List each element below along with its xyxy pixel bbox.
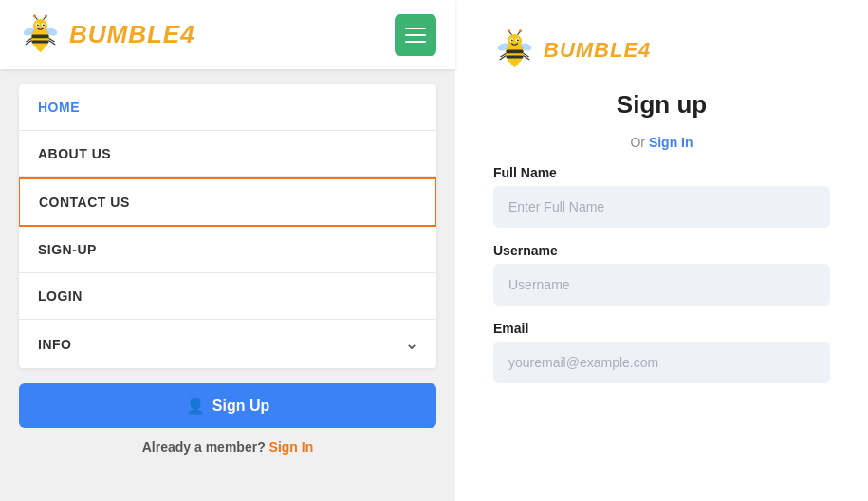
already-member-text: Already a member? Sign In — [142, 439, 314, 455]
fullname-input[interactable] — [493, 186, 830, 228]
sign-in-link[interactable]: Sign In — [269, 439, 314, 455]
right-panel: Bumble4 Sign up Or Sign In Full Name Use… — [455, 0, 868, 501]
svg-rect-21 — [507, 56, 524, 59]
already-member-label: Already a member? — [142, 439, 266, 455]
svg-point-11 — [45, 14, 47, 17]
bee-logo-icon — [19, 13, 62, 56]
email-group: Email — [493, 321, 830, 383]
signup-button[interactable]: 👤 Sign Up — [19, 383, 436, 428]
svg-rect-1 — [32, 35, 49, 39]
svg-marker-33 — [510, 64, 519, 68]
nav-label-about: ABOUT US — [38, 146, 111, 161]
svg-point-6 — [37, 24, 39, 26]
fullname-group: Full Name — [493, 165, 830, 228]
nav-label-contact: CONTACT US — [39, 195, 130, 210]
right-logo-text: Bumble4 — [544, 38, 651, 63]
signin-subtitle: Or Sign In — [493, 135, 830, 150]
svg-point-25 — [511, 39, 513, 41]
user-icon: 👤 — [186, 397, 205, 415]
nav-label-home: HOME — [38, 100, 80, 115]
signup-button-label: Sign Up — [212, 398, 269, 415]
nav-item-info[interactable]: INFO ⌄ — [19, 320, 436, 368]
logo-text: Bumble4 — [69, 20, 195, 49]
left-panel: Bumble4 HOME ABOUT US CONTACT US SIGN-UP… — [0, 0, 455, 501]
svg-rect-20 — [507, 50, 524, 54]
right-bee-logo-icon — [493, 28, 536, 71]
hamburger-line-3 — [405, 41, 426, 43]
svg-point-22 — [508, 34, 522, 48]
header: Bumble4 — [0, 0, 455, 69]
logo-area: Bumble4 — [19, 13, 195, 56]
hamburger-line-2 — [405, 34, 426, 36]
svg-point-28 — [508, 29, 510, 32]
svg-point-9 — [33, 14, 36, 17]
fullname-label: Full Name — [493, 165, 830, 180]
username-input[interactable] — [493, 264, 830, 306]
svg-point-30 — [519, 29, 522, 32]
nav-label-info: INFO — [38, 337, 71, 352]
username-label: Username — [493, 243, 830, 258]
nav-item-contact[interactable]: CONTACT US — [19, 177, 436, 227]
bottom-section: 👤 Sign Up Already a member? Sign In — [19, 383, 436, 455]
nav-item-about[interactable]: ABOUT US — [19, 131, 436, 177]
nav-menu: HOME ABOUT US CONTACT US SIGN-UP LOGIN I… — [19, 84, 436, 368]
nav-item-login[interactable]: LOGIN — [19, 273, 436, 320]
or-text: Or — [630, 135, 645, 150]
nav-item-signup[interactable]: SIGN-UP — [19, 227, 436, 273]
signup-title: Sign up — [493, 90, 830, 120]
svg-marker-14 — [36, 48, 45, 53]
chevron-down-icon: ⌄ — [405, 335, 418, 353]
nav-label-login: LOGIN — [38, 288, 83, 304]
svg-point-26 — [517, 39, 519, 41]
hamburger-button[interactable] — [395, 14, 436, 56]
hamburger-line-1 — [405, 28, 426, 29]
svg-rect-2 — [32, 41, 49, 44]
email-input[interactable] — [493, 342, 830, 383]
right-logo-area: Bumble4 — [493, 28, 830, 71]
signin-link[interactable]: Sign In — [649, 135, 693, 150]
svg-point-3 — [33, 19, 47, 33]
svg-point-7 — [43, 24, 45, 26]
username-group: Username — [493, 243, 830, 306]
nav-label-signup: SIGN-UP — [38, 242, 97, 257]
email-label: Email — [493, 321, 830, 336]
nav-item-home[interactable]: HOME — [19, 84, 436, 131]
